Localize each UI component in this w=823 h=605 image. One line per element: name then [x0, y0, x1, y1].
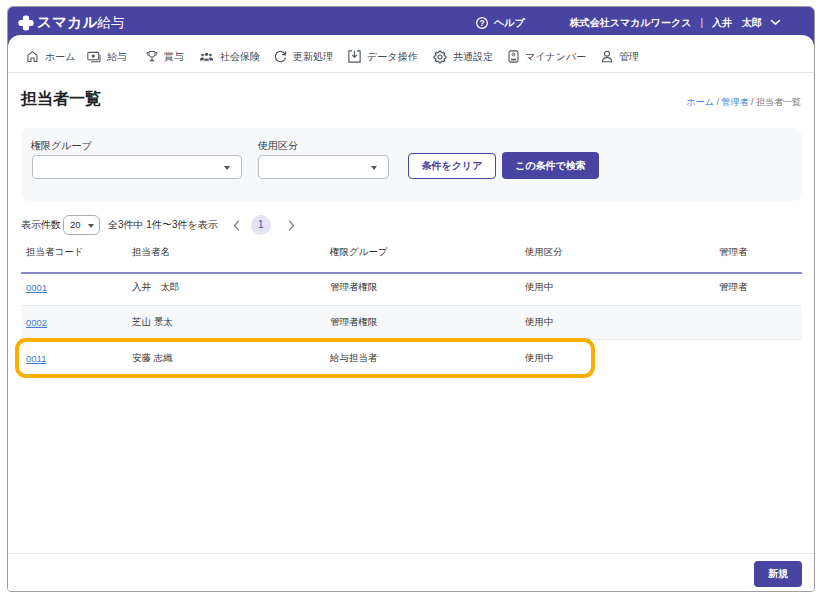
- svg-text:?: ?: [480, 17, 485, 27]
